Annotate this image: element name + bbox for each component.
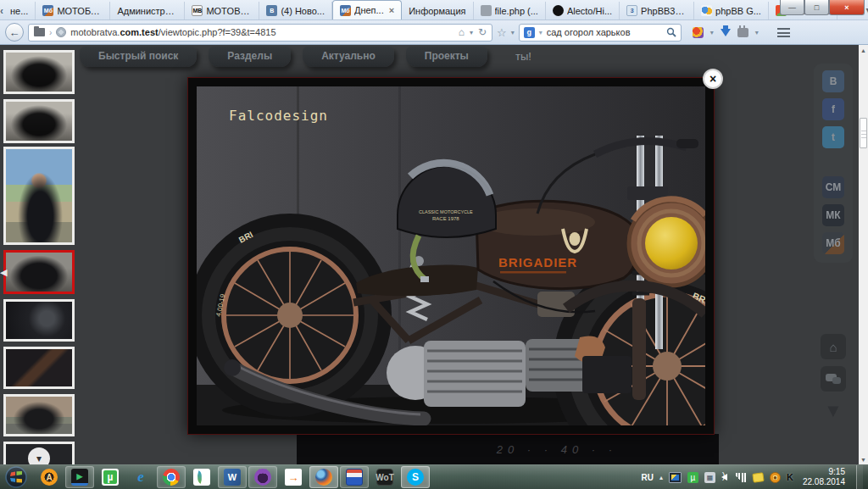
thumbnail-5[interactable]: [3, 299, 75, 342]
browser-tab[interactable]: не...: [3, 2, 36, 19]
thumbnail-7[interactable]: [3, 394, 75, 436]
hidden-icons-arrow[interactable]: ▴: [659, 474, 663, 481]
network-tray-icon[interactable]: [736, 473, 747, 482]
bookmark-star-icon[interactable]: ☆: [497, 26, 507, 39]
scrollbar-down-icon[interactable]: ▼: [859, 454, 868, 464]
maximize-button[interactable]: □: [804, 0, 829, 15]
site-favicon: Мб: [340, 5, 351, 16]
comments-float-icon[interactable]: [821, 366, 846, 392]
browser-tab[interactable]: Информация: [402, 2, 473, 19]
show-desktop-button[interactable]: [856, 465, 863, 489]
browser-tab[interactable]: МбМОТОБА...: [36, 2, 110, 19]
post-image-fragment: 20 · · 40 · ·: [297, 434, 719, 464]
browser-tab[interactable]: В(4) Ново...: [259, 2, 332, 19]
addon-icon[interactable]: [693, 27, 704, 38]
google-search-icon[interactable]: g: [524, 27, 535, 38]
thumbnail-1[interactable]: [3, 50, 75, 94]
display-tray-icon[interactable]: [669, 472, 682, 483]
start-button[interactable]: [5, 466, 27, 488]
scrollbar-up-icon[interactable]: ▲: [859, 45, 868, 55]
file-favicon: [481, 5, 492, 16]
taskbar-mediaget[interactable]: [248, 466, 277, 488]
forum-nav: Быстрый поиск Разделы Актуально Проекты: [80, 47, 487, 67]
lightbox-close-icon[interactable]: ×: [703, 69, 723, 89]
mk-share-icon[interactable]: МК: [822, 204, 844, 226]
browser-tab[interactable]: МВMOTOBR...: [185, 2, 259, 19]
taskbar-graphics-editor[interactable]: [187, 466, 216, 488]
home-dropdown-icon[interactable]: ▾: [470, 29, 473, 36]
browser-tab[interactable]: file.php (...: [474, 2, 546, 19]
search-input[interactable]: g ▾ сад огорол харьков: [519, 24, 682, 42]
language-indicator[interactable]: RU: [642, 473, 654, 482]
taskbar-word[interactable]: W: [218, 466, 247, 488]
nav-tab-actual[interactable]: Актуально: [303, 47, 394, 67]
nav-tab-sections[interactable]: Разделы: [209, 47, 291, 67]
nav-tab-projects[interactable]: Проекты: [406, 47, 487, 67]
thumbnail-3[interactable]: [3, 147, 75, 245]
taskbar-total-commander[interactable]: [340, 466, 369, 488]
cm-share-icon[interactable]: СМ: [822, 176, 844, 198]
addon-dropdown-icon[interactable]: ▾: [710, 29, 714, 36]
taskbar-internet-explorer[interactable]: e: [126, 466, 155, 488]
browser-tab[interactable]: phpBB G...: [694, 2, 769, 19]
browser-tab-bar: ‹ не... МбМОТОБА... Администрат... МВMOT…: [0, 0, 868, 20]
thumbnail-6[interactable]: [3, 347, 75, 389]
address-bar[interactable]: › motobratva.com.test/viewtopic.php?f=39…: [28, 24, 492, 42]
facebook-share-icon[interactable]: f: [822, 98, 844, 120]
clock[interactable]: 9:15 22.08.2014: [799, 467, 850, 488]
coin-tray-icon[interactable]: ●: [770, 472, 781, 483]
thumbnail-2[interactable]: [3, 99, 75, 143]
utorrent-tray-icon[interactable]: µ: [687, 472, 698, 483]
taskbar-chrome[interactable]: [157, 466, 186, 488]
nav-tab-quick-search[interactable]: Быстрый поиск: [80, 47, 197, 67]
volume-tray-icon[interactable]: [721, 474, 727, 481]
plugin-dropdown-icon[interactable]: ▾: [755, 29, 759, 36]
vk-favicon: В: [266, 5, 277, 16]
svg-text:RACE 1978: RACE 1978: [432, 216, 459, 221]
utorrent-icon: µ: [102, 469, 119, 486]
back-button[interactable]: ←: [5, 23, 24, 42]
menu-hamburger-icon[interactable]: [777, 28, 790, 37]
folder-icon: [34, 28, 45, 36]
taskbar-aimp[interactable]: A: [35, 466, 64, 488]
search-engine-dropdown-icon[interactable]: ▾: [539, 29, 542, 36]
installer-tray-icon[interactable]: ▦: [704, 472, 715, 483]
close-window-button[interactable]: ×: [829, 0, 865, 15]
mb-share-icon[interactable]: Мб: [822, 232, 844, 254]
page-scrollbar[interactable]: ▲ ▼: [859, 45, 868, 464]
home-float-icon[interactable]: ⌂: [821, 334, 846, 359]
taskbar-firefox[interactable]: [309, 466, 338, 488]
plugin-icon[interactable]: [737, 28, 748, 37]
selected-thumb-arrow-icon: ◀: [0, 267, 7, 278]
firefox-icon: [315, 469, 332, 486]
scroll-more-icon[interactable]: ▾: [28, 447, 50, 464]
yellow-tray-icon[interactable]: [752, 472, 764, 483]
chrome-icon: [163, 469, 180, 486]
refresh-icon[interactable]: ↻: [478, 26, 487, 38]
kaspersky-tray-icon[interactable]: K: [787, 472, 793, 482]
mediaget-icon: [254, 469, 271, 486]
browser-tab[interactable]: Администрат...: [110, 2, 185, 19]
motorcycle-photo[interactable]: 4.00-19 BRI BRI: [197, 86, 705, 425]
browser-tab-active[interactable]: МбДнеп...×: [332, 0, 402, 19]
twitter-share-icon[interactable]: t: [822, 126, 844, 148]
taskbar-download-manager[interactable]: →: [279, 466, 308, 488]
browser-tab[interactable]: 3PhpBB3 B...: [620, 2, 694, 19]
bookmark-dropdown-icon[interactable]: ▾: [511, 29, 515, 36]
tab-close-icon[interactable]: ×: [389, 5, 394, 15]
home-icon[interactable]: ⌂: [459, 26, 465, 38]
url-text: motobratva.com.test/viewtopic.php?f=39&t…: [70, 27, 275, 37]
scroll-down-float-icon[interactable]: ▼: [821, 398, 846, 424]
magnifier-icon[interactable]: [666, 27, 676, 37]
vk-share-icon[interactable]: В: [822, 70, 844, 92]
minimize-button[interactable]: —: [780, 0, 804, 15]
thumbnail-8[interactable]: ▾: [3, 442, 75, 464]
downloads-icon[interactable]: [721, 29, 731, 36]
taskbar-world-of-tanks[interactable]: WoT: [370, 466, 399, 488]
taskbar-utorrent[interactable]: µ: [96, 466, 125, 488]
scrollbar-thumb[interactable]: [860, 118, 867, 148]
taskbar-skype[interactable]: S: [401, 466, 430, 488]
browser-tab[interactable]: Alecto/Hi...: [546, 2, 620, 19]
thumbnail-4-selected[interactable]: [3, 250, 75, 294]
taskbar-media-player[interactable]: ▶: [65, 466, 94, 488]
